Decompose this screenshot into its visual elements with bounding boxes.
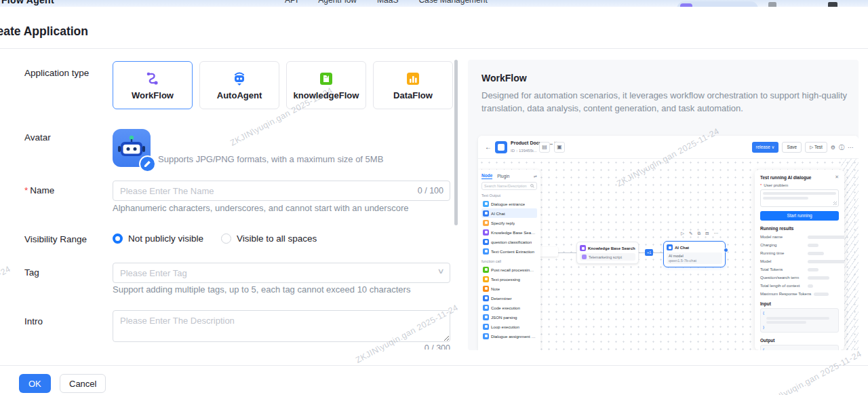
- radio-label: Visible to all spaces: [237, 233, 317, 244]
- node-item: Knowledge Base Search: [481, 227, 537, 237]
- output-port: [724, 248, 728, 252]
- name-counter: 0 / 100: [418, 186, 443, 195]
- sidebar-tabs: Node Plugin ⇄: [481, 173, 537, 179]
- name-input[interactable]: [113, 181, 450, 201]
- form-scrollbar[interactable]: [454, 60, 458, 225]
- resize-grip: [833, 202, 837, 205]
- bar-chart-icon: [405, 71, 421, 87]
- nav-item-api[interactable]: API: [285, 0, 298, 5]
- node-icon: [483, 305, 489, 311]
- node-item: Determiner: [481, 293, 537, 303]
- release-button: release ∨: [752, 142, 779, 153]
- section-title: function call: [481, 259, 537, 263]
- name-label: *Name: [24, 185, 54, 195]
- node-item: Note: [481, 284, 537, 293]
- settings-icon[interactable]: [768, 2, 776, 7]
- node-search-box: Search Name/Description: [481, 182, 537, 190]
- nav-item-case-management[interactable]: Case Management: [418, 0, 487, 5]
- user-account-pill[interactable]: [677, 1, 758, 7]
- test-button: ▷ Test: [805, 142, 827, 153]
- nav-item-maas[interactable]: MaaS: [377, 0, 398, 5]
- knowledge-node-icon: [580, 245, 586, 251]
- preview-toolbar: ← Product Docume... ∨ ID：139455t... ▤ ▣ …: [478, 136, 859, 159]
- page-title: Create Application: [0, 24, 88, 39]
- required-asterisk: *: [24, 185, 28, 195]
- node-library-sidebar: Node Plugin ⇄ Search Name/Description Te…: [478, 170, 540, 350]
- copy-icon: ⧉: [697, 231, 701, 236]
- edge-count-badge: +1: [645, 249, 653, 256]
- node-item: Dialogue assignment va...: [481, 331, 537, 341]
- intro-textarea[interactable]: [113, 310, 450, 342]
- node-item: Text Content Extraction: [481, 246, 537, 256]
- tag-input-wrap: ∨: [113, 263, 450, 283]
- card-workflow-label: WorkFlow: [132, 90, 174, 100]
- cancel-button[interactable]: Cancel: [60, 374, 106, 393]
- document-icon: [495, 141, 507, 153]
- ai-chat-node: AI Chat AI model qwen1.5-7b-chat: [663, 241, 726, 267]
- input-json-box: { }: [760, 308, 839, 333]
- radio-not-publicly-visible[interactable]: Not publicly visible: [113, 233, 203, 244]
- start-running-button: Start running: [760, 211, 839, 221]
- node-icon: [483, 276, 489, 282]
- type-description-panel: WorkFlow Designed for automation scenari…: [468, 60, 859, 350]
- ok-button[interactable]: OK: [19, 374, 51, 393]
- book-icon: [318, 71, 334, 87]
- card-dataflow[interactable]: DataFlow: [373, 61, 453, 109]
- back-arrow-icon: ←: [485, 143, 492, 151]
- test-panel-title: Test running AI dialogue: [760, 175, 811, 180]
- preview-doc-id: ID：139455t...: [511, 148, 537, 154]
- node-icon: [483, 267, 489, 273]
- tab-node: Node: [481, 173, 492, 179]
- user-problem-label: *User problem: [760, 183, 839, 187]
- node-item: Dialogue entrance: [481, 199, 537, 208]
- user-avatar: [680, 3, 692, 7]
- card-autoagent[interactable]: AutoAgent: [199, 61, 279, 109]
- avatar-image[interactable]: [113, 129, 151, 167]
- node-icon: [483, 333, 489, 339]
- more-icon: ⋯: [848, 145, 853, 151]
- chevron-down-icon[interactable]: ∨: [437, 267, 444, 276]
- name-input-wrap: 0 / 100: [113, 181, 450, 201]
- more-icon: ⋯: [714, 231, 719, 236]
- nav-item-agentflow[interactable]: AgentFlow: [318, 0, 357, 5]
- delete-icon: ⊟: [705, 231, 709, 236]
- name-helper: Alphanumeric characters, underscores, an…: [113, 203, 408, 213]
- node-sub-item: Telemarketing script: [580, 253, 635, 261]
- node-icon: [483, 229, 489, 236]
- robot-icon: [231, 71, 248, 87]
- panel-description: Designed for automation scenarios, it le…: [481, 89, 848, 115]
- node-icon: [483, 286, 489, 292]
- card-workflow[interactable]: WorkFlow: [113, 61, 193, 109]
- user-menu-icon[interactable]: [828, 2, 837, 7]
- node-icon: [483, 314, 489, 320]
- form-footer: OK Cancel: [0, 365, 868, 395]
- node-icon: [483, 324, 489, 330]
- ai-node-body: AI model qwen1.5-7b-chat: [667, 252, 722, 264]
- panel-title: WorkFlow: [481, 73, 527, 83]
- node-action-toolbar: ▷ ✎ ⧉ ⊟ ⋯: [681, 231, 718, 236]
- node-icon: [483, 220, 489, 226]
- node-item: Loop execution: [481, 322, 537, 331]
- intro-textarea-wrap: [113, 310, 450, 345]
- preview-doc-title: Product Docume... ∨: [511, 140, 557, 146]
- layout-icon: ▤: [539, 142, 550, 153]
- tag-input[interactable]: [113, 263, 450, 283]
- node-item: AI Chat: [481, 208, 537, 218]
- card-knowledgeflow-label: knowledgeFlow: [294, 90, 359, 100]
- tab-plugin: Plugin: [497, 174, 509, 178]
- visibility-options: Not publicly visible Visible to all spac…: [113, 233, 317, 244]
- user-problem-textarea: [760, 189, 839, 207]
- section-title: Text Output: [481, 193, 537, 198]
- node-item: Text processing: [481, 274, 537, 284]
- ai-chat-node-icon: [667, 244, 673, 250]
- visibility-range-label: Visibility Range: [24, 234, 87, 244]
- avatar-edit-icon[interactable]: [139, 155, 156, 172]
- output-json-box: {: [760, 345, 839, 350]
- knowledge-base-search-node: Knowledge Base Search Telemarketing scri…: [576, 242, 639, 264]
- node-item: JSON parsing: [481, 312, 537, 322]
- radio-selected-icon: [113, 233, 123, 244]
- radio-visible-to-all-spaces[interactable]: Visible to all spaces: [221, 233, 317, 244]
- node-item: Post recall processing o...: [481, 265, 537, 274]
- card-knowledgeflow[interactable]: knowledgeFlow: [286, 61, 366, 109]
- collapse-icon: ⇄: [534, 174, 537, 178]
